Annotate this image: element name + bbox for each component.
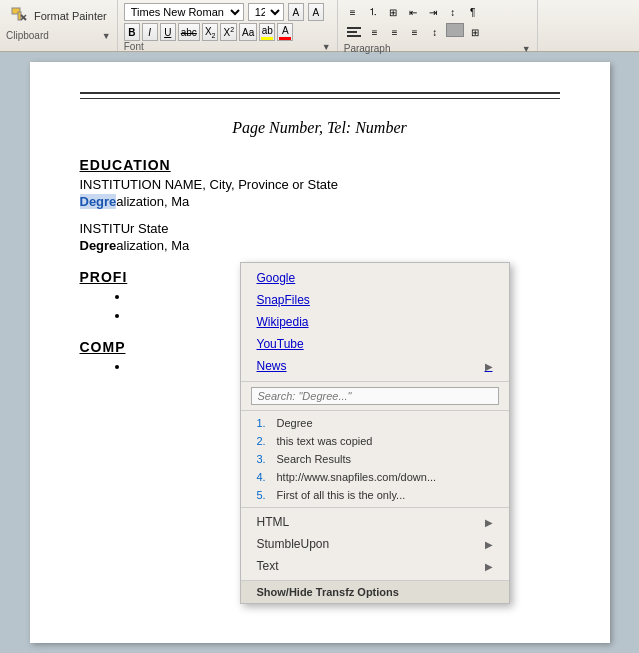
document-container: Page Number, Tel: Number EDUCATION INSTI…	[0, 52, 639, 653]
format-painter-button[interactable]: Format Painter	[6, 4, 111, 28]
degree2-prefix: Degre	[80, 238, 117, 253]
shading-button[interactable]	[446, 23, 464, 37]
stumbleupon-submenu-arrow: ▶	[485, 539, 493, 550]
doc-header: Page Number, Tel: Number	[80, 119, 560, 137]
underline-button[interactable]: U	[160, 23, 176, 41]
font-size-select[interactable]: 12	[248, 3, 284, 21]
increase-indent-button[interactable]: ⇥	[424, 3, 442, 21]
decrease-indent-button[interactable]: ⇤	[404, 3, 422, 21]
institution-line-2: INSTITUr State	[80, 221, 560, 236]
degree-highlight-1: Degre	[80, 194, 117, 209]
context-menu: Google SnapFiles Wikipedia YouTube News …	[240, 262, 510, 604]
format-painter-label: Format Painter	[34, 10, 107, 22]
bold-button[interactable]: B	[124, 23, 140, 41]
institution2-text: INSTITU	[80, 221, 131, 236]
paragraph-expand-icon[interactable]: ▼	[522, 44, 531, 54]
menu-item-news[interactable]: News ▶	[241, 355, 509, 377]
menu-numbered-item-3[interactable]: 3. Search Results	[241, 450, 509, 468]
menu-bottom-action[interactable]: Show/Hide Transfz Options	[241, 581, 509, 603]
doc-top-border	[80, 92, 560, 94]
menu-item-youtube[interactable]: YouTube	[241, 333, 509, 355]
font-expand-icon[interactable]: ▼	[322, 42, 331, 52]
borders-button[interactable]: ⊞	[466, 23, 484, 41]
document: Page Number, Tel: Number EDUCATION INSTI…	[30, 62, 610, 643]
italic-button[interactable]: I	[142, 23, 158, 41]
menu-numbered-item-1[interactable]: 1. Degree	[241, 414, 509, 432]
text-submenu-arrow: ▶	[485, 561, 493, 572]
multilevel-list-button[interactable]: ⊞	[384, 3, 402, 21]
menu-item-text[interactable]: Text ▶	[241, 555, 509, 577]
subscript-button[interactable]: X2	[202, 23, 219, 41]
menu-item-wikipedia[interactable]: Wikipedia	[241, 311, 509, 333]
institution1-text: INSTITUTION NAME, City, Province or Stat…	[80, 177, 338, 192]
menu-numbered-item-4[interactable]: 4. http://www.snapfiles.com/down...	[241, 468, 509, 486]
bullets-button[interactable]: ≡	[344, 3, 362, 21]
menu-numbered-item-2[interactable]: 2. this text was copied	[241, 432, 509, 450]
toolbar: Format Painter Clipboard ▼ Times New Rom…	[0, 0, 639, 52]
font-color-button[interactable]: A	[277, 23, 293, 41]
degree-line-1: Degrealization, Ma	[80, 194, 560, 209]
strikethrough-button[interactable]: abc	[178, 23, 200, 41]
clipboard-expand-icon[interactable]: ▼	[102, 31, 111, 41]
clipboard-group: Format Painter Clipboard ▼	[0, 0, 118, 51]
justify-button[interactable]: ≡	[406, 23, 424, 41]
numbering-button[interactable]: ⒈	[364, 3, 382, 21]
svg-rect-1	[18, 12, 21, 20]
menu-item-stumbleupon[interactable]: StumbleUpon ▶	[241, 533, 509, 555]
decrease-font-btn[interactable]: A	[308, 3, 324, 21]
change-case-button[interactable]: Aa	[239, 23, 257, 41]
degree-suffix-1: alization, Ma	[116, 194, 189, 209]
paragraph-group-label: Paragraph	[344, 43, 391, 54]
font-group-label: Font	[124, 41, 144, 52]
highlight-button[interactable]: ab	[259, 23, 275, 41]
clipboard-label: Clipboard	[6, 30, 49, 41]
menu-item-html[interactable]: HTML ▶	[241, 511, 509, 533]
doc-top-border2	[80, 98, 560, 99]
align-left-button[interactable]	[344, 23, 364, 41]
menu-search-input[interactable]	[251, 387, 499, 405]
sort-button[interactable]: ↕	[444, 3, 462, 21]
font-family-select[interactable]: Times New Roman	[124, 3, 244, 21]
menu-item-google[interactable]: Google	[241, 267, 509, 289]
superscript-button[interactable]: X2	[220, 23, 237, 41]
show-hide-button[interactable]: ¶	[464, 3, 482, 21]
line-spacing-button[interactable]: ↕	[426, 23, 444, 41]
format-painter-icon	[10, 6, 30, 26]
menu-links-section: Google SnapFiles Wikipedia YouTube News …	[241, 263, 509, 382]
menu-numbered-section: 1. Degree 2. this text was copied 3. Sea…	[241, 411, 509, 508]
html-submenu-arrow: ▶	[485, 517, 493, 528]
increase-font-btn[interactable]: A	[288, 3, 304, 21]
font-group: Times New Roman 12 A A B I U abc X2 X2 A…	[118, 0, 338, 51]
news-submenu-arrow: ▶	[485, 361, 493, 372]
menu-numbered-item-5[interactable]: 5. First of all this is the only...	[241, 486, 509, 504]
degree2-suffix: alization, Ma	[116, 238, 189, 253]
degree-line-2: Degrealization, Ma	[80, 238, 560, 253]
align-right-button[interactable]: ≡	[386, 23, 404, 41]
align-center-button[interactable]: ≡	[366, 23, 384, 41]
menu-search-section	[241, 382, 509, 411]
menu-item-snapfiles[interactable]: SnapFiles	[241, 289, 509, 311]
institution-line-1: INSTITUTION NAME, City, Province or Stat…	[80, 177, 560, 192]
section-education-title: EDUCATION	[80, 157, 560, 173]
menu-sub-section: HTML ▶ StumbleUpon ▶ Text ▶	[241, 508, 509, 581]
institution2-suffix: r State	[130, 221, 168, 236]
paragraph-group: ≡ ⒈ ⊞ ⇤ ⇥ ↕ ¶ ≡ ≡ ≡ ↕ ⊞ Paragraph ▼	[338, 0, 538, 51]
